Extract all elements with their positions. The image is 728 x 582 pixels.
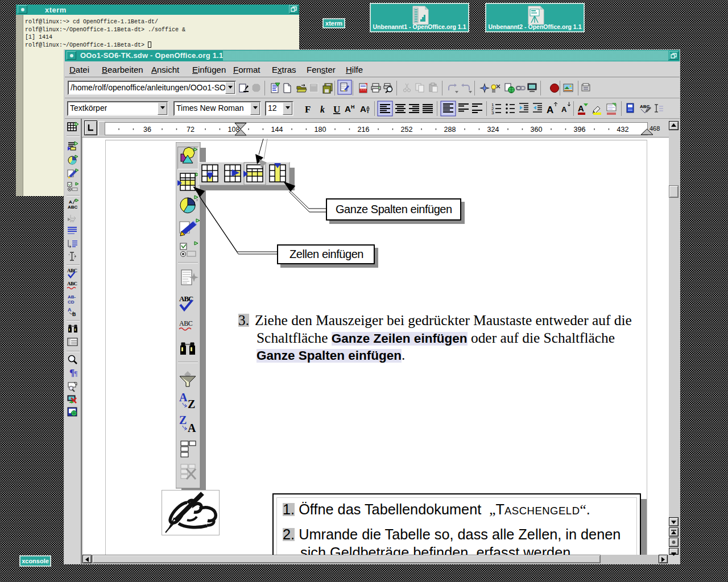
svg-text:3: 3 bbox=[491, 110, 494, 115]
svg-text:A: A bbox=[345, 104, 351, 114]
svg-text:ABC: ABC bbox=[67, 281, 77, 286]
svg-text:144: 144 bbox=[271, 126, 283, 134]
svg-text:396: 396 bbox=[574, 126, 586, 134]
svg-text:A: A bbox=[360, 104, 366, 114]
svg-text:252: 252 bbox=[401, 126, 413, 134]
svg-text:324: 324 bbox=[487, 126, 499, 134]
svg-text:T: T bbox=[366, 109, 370, 114]
svg-text:360: 360 bbox=[531, 126, 543, 134]
svg-text:A: A bbox=[69, 199, 72, 205]
svg-text:F: F bbox=[305, 104, 311, 115]
svg-text:180: 180 bbox=[315, 126, 326, 134]
svg-text:U: U bbox=[333, 104, 340, 115]
svg-text:A: A bbox=[578, 103, 584, 113]
svg-text:ABC: ABC bbox=[67, 268, 77, 273]
svg-text:A: A bbox=[561, 105, 567, 114]
svg-text:CD: CD bbox=[68, 300, 75, 305]
svg-text:72: 72 bbox=[187, 126, 195, 134]
svg-text:216: 216 bbox=[358, 126, 370, 134]
svg-text:A: A bbox=[547, 105, 553, 115]
svg-text:AB-: AB- bbox=[68, 294, 76, 300]
svg-text:inr: inr bbox=[70, 219, 75, 223]
svg-text:432: 432 bbox=[617, 126, 629, 134]
svg-text:¶: ¶ bbox=[74, 369, 77, 377]
svg-text:ABC: ABC bbox=[68, 205, 78, 210]
svg-text:A: A bbox=[68, 307, 72, 313]
svg-text:k: k bbox=[320, 105, 325, 114]
svg-text:H: H bbox=[351, 104, 355, 110]
svg-text:288: 288 bbox=[444, 126, 456, 134]
svg-text:36: 36 bbox=[143, 126, 151, 134]
